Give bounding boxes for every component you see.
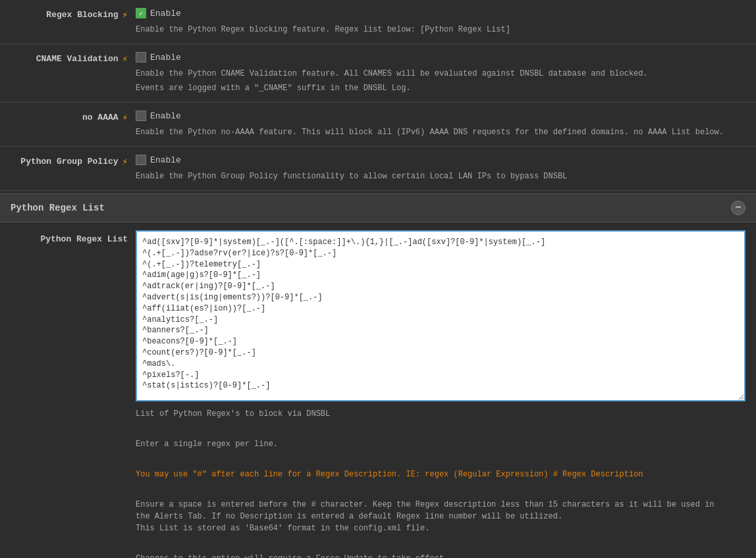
regex-hint-4-line2: the Alerts Tab. If no Description is ent… xyxy=(136,512,562,521)
cname-validation-row: CNAME Validation ⚡ Enable Enable the Pyt… xyxy=(0,44,756,103)
cname-validation-label: CNAME Validation xyxy=(36,54,119,64)
python-group-policy-label-col: Python Group Policy ⚡ xyxy=(11,155,136,167)
python-group-policy-enable-row: Enable xyxy=(136,155,745,165)
regex-blocking-checkbox[interactable]: ✓ xyxy=(136,8,146,18)
no-aaaa-label-col: no AAAA ⚡ xyxy=(11,111,136,123)
regex-list-section-header: Python Regex List − xyxy=(0,193,756,222)
no-aaaa-checkbox[interactable] xyxy=(136,111,146,121)
regex-hint-3: You may use "#" after each line for a Re… xyxy=(136,469,745,480)
regex-hint-4-line3: This List is stored as 'Base64' format i… xyxy=(136,524,429,533)
regex-blocking-bolt-icon: ⚡ xyxy=(122,9,128,20)
regex-list-collapse-button[interactable]: − xyxy=(731,201,745,215)
regex-content-row: Python Regex List ^ad([sxv]?[0-9]*|syste… xyxy=(11,230,745,558)
regex-textarea[interactable]: ^ad([sxv]?[0-9]*|system)[_.-]([^.[:space… xyxy=(136,230,745,401)
no-aaaa-bolt-icon: ⚡ xyxy=(122,112,128,123)
regex-blocking-label: Regex Blocking xyxy=(46,10,118,20)
regex-blocking-enable-row: ✓ Enable xyxy=(136,8,745,18)
no-aaaa-enable-label: Enable xyxy=(150,111,181,121)
regex-blocking-row: Regex Blocking ⚡ ✓ Enable Enable the Pyt… xyxy=(0,0,756,44)
cname-validation-checkbox[interactable] xyxy=(136,52,146,63)
regex-hint-2: Enter a single regex per line. xyxy=(136,438,745,450)
cname-validation-description-2: Events are logged with a "_CNAME" suffix… xyxy=(136,82,745,94)
no-aaaa-label: no AAAA xyxy=(82,113,119,122)
cname-validation-description-1: Enable the Python CNAME Validation featu… xyxy=(136,68,745,80)
regex-hint-1: List of Python Regex's to block via DNSB… xyxy=(136,408,745,420)
python-group-policy-label: Python Group Policy xyxy=(20,157,118,166)
regex-input-col: ^ad([sxv]?[0-9]*|system)[_.-]([^.[:space… xyxy=(136,230,745,558)
minus-icon: − xyxy=(735,203,742,213)
cname-validation-bolt-icon: ⚡ xyxy=(122,53,128,64)
cname-validation-enable-label: Enable xyxy=(150,53,181,63)
regex-list-section-title: Python Regex List xyxy=(11,203,105,213)
python-group-policy-description: Enable the Python Group Policy functiona… xyxy=(136,170,745,182)
no-aaaa-enable-row: Enable xyxy=(136,111,745,121)
cname-validation-content: Enable Enable the Python CNAME Validatio… xyxy=(136,52,745,94)
no-aaaa-description: Enable the Python no-AAAA feature. This … xyxy=(136,126,745,138)
regex-field-label: Python Regex List xyxy=(11,230,136,244)
cname-validation-label-col: CNAME Validation ⚡ xyxy=(11,52,136,64)
page-wrapper: Regex Blocking ⚡ ✓ Enable Enable the Pyt… xyxy=(0,0,756,558)
regex-hint-5: Changes to this option will require a Fo… xyxy=(136,553,745,558)
regex-blocking-content: ✓ Enable Enable the Python Regex blockin… xyxy=(136,8,745,36)
no-aaaa-content: Enable Enable the Python no-AAAA feature… xyxy=(136,111,745,138)
python-group-policy-checkbox[interactable] xyxy=(136,155,146,165)
cname-validation-enable-row: Enable xyxy=(136,52,745,63)
regex-blocking-label-col: Regex Blocking ⚡ xyxy=(11,8,136,20)
python-group-policy-enable-label: Enable xyxy=(150,155,181,165)
python-group-policy-content: Enable Enable the Python Group Policy fu… xyxy=(136,155,745,182)
regex-hint-4-line1: Ensure a space is entered before the # c… xyxy=(136,500,715,509)
no-aaaa-row: no AAAA ⚡ Enable Enable the Python no-AA… xyxy=(0,103,756,147)
python-group-policy-bolt-icon: ⚡ xyxy=(122,156,128,167)
regex-blocking-description: Enable the Python Regex blocking feature… xyxy=(136,24,745,36)
regex-blocking-enable-label: Enable xyxy=(150,9,181,18)
regex-hint-4: Ensure a space is entered before the # c… xyxy=(136,499,745,534)
python-group-policy-row: Python Group Policy ⚡ Enable Enable the … xyxy=(0,147,756,191)
regex-list-section: Python Regex List ^ad([sxv]?[0-9]*|syste… xyxy=(0,222,756,558)
